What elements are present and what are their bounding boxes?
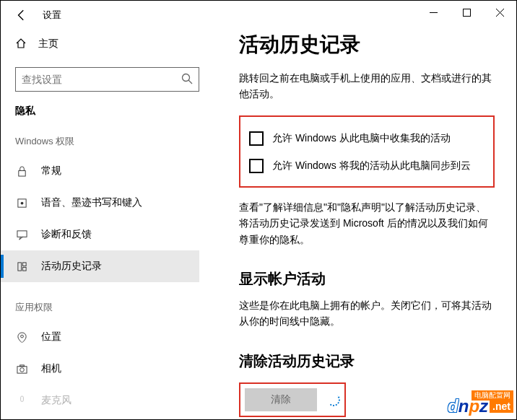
search-input[interactable] bbox=[22, 74, 181, 85]
checkbox-collect-activity[interactable]: 允许 Windows 从此电脑中收集我的活动 bbox=[249, 131, 485, 146]
speech-icon bbox=[15, 198, 28, 209]
svg-rect-1 bbox=[463, 9, 470, 16]
minimize-button[interactable] bbox=[417, 1, 450, 24]
svg-rect-9 bbox=[17, 230, 26, 236]
home-label: 主页 bbox=[38, 38, 58, 51]
group-title: 隐私 bbox=[15, 105, 199, 118]
search-box[interactable] bbox=[15, 67, 199, 92]
home-button[interactable]: 主页 bbox=[15, 30, 199, 58]
show-activity-title: 显示帐户活动 bbox=[239, 269, 495, 289]
sidebar-item-label: 诊断和反馈 bbox=[41, 228, 92, 241]
camera-icon bbox=[15, 364, 28, 375]
checkbox-label: 允许 Windows 将我的活动从此电脑同步到云 bbox=[272, 159, 471, 172]
home-icon bbox=[15, 38, 27, 51]
checkbox-sync-cloud[interactable]: 允许 Windows 将我的活动从此电脑同步到云 bbox=[249, 159, 485, 173]
svg-point-13 bbox=[20, 335, 23, 338]
sidebar-item-label: 相机 bbox=[41, 362, 61, 375]
checkbox-icon bbox=[249, 159, 264, 173]
maximize-button[interactable] bbox=[450, 1, 483, 24]
sidebar-item-activity-history[interactable]: 活动历史记录 bbox=[1, 250, 199, 282]
checkbox-icon bbox=[249, 131, 264, 146]
activity-icon bbox=[15, 261, 28, 272]
loading-spinner-icon bbox=[327, 393, 340, 406]
sidebar-item-label: 位置 bbox=[41, 331, 61, 344]
feedback-icon bbox=[15, 229, 28, 240]
svg-rect-12 bbox=[22, 267, 26, 271]
search-icon bbox=[181, 73, 193, 87]
sidebar-item-label: 麦克风 bbox=[41, 394, 71, 407]
svg-rect-11 bbox=[22, 262, 26, 266]
sidebar-item-location[interactable]: 位置 bbox=[1, 321, 199, 353]
content-pane: 活动历史记录 跳转回之前在电脑或手机上使用的应用、文档或进行的其他活动。 允许 … bbox=[214, 30, 516, 419]
microphone-icon bbox=[15, 395, 28, 406]
svg-rect-17 bbox=[20, 395, 23, 401]
sidebar-item-microphone[interactable]: 麦克风 bbox=[1, 385, 199, 416]
page-title: 活动历史记录 bbox=[239, 31, 495, 58]
checkbox-label: 允许 Windows 从此电脑中收集我的活动 bbox=[272, 132, 451, 145]
intro-text: 跳转回之前在电脑或手机上使用的应用、文档或进行的其他活动。 bbox=[239, 70, 495, 102]
section-heading-apps: 应用权限 bbox=[15, 301, 199, 314]
back-button[interactable] bbox=[15, 9, 28, 22]
clear-button[interactable]: 清除 bbox=[245, 388, 317, 411]
svg-rect-16 bbox=[19, 364, 24, 366]
watermark: 电脑配置网 dnpz.net bbox=[448, 396, 513, 416]
learn-more-text: 查看"了解详细信息"和"隐私声明"以了解活动历史记录、将活动历史记录发送到 Mi… bbox=[239, 199, 495, 248]
sidebar: 主页 隐私 Windows 权限 常规 语音、墨迹书写和键入 bbox=[1, 30, 214, 419]
section-heading-windows: Windows 权限 bbox=[15, 135, 199, 148]
sidebar-item-label: 活动历史记录 bbox=[41, 260, 102, 273]
svg-line-5 bbox=[188, 80, 192, 84]
location-icon bbox=[15, 332, 28, 343]
checkbox-group-highlight: 允许 Windows 从此电脑中收集我的活动 允许 Windows 将我的活动从… bbox=[239, 115, 495, 188]
sidebar-item-speech[interactable]: 语音、墨迹书写和键入 bbox=[1, 187, 199, 219]
clear-group-highlight: 清除 bbox=[239, 382, 346, 417]
clear-history-title: 清除活动历史记录 bbox=[239, 351, 495, 371]
sidebar-item-label: 常规 bbox=[41, 165, 61, 178]
svg-rect-6 bbox=[18, 170, 25, 176]
sidebar-item-general[interactable]: 常规 bbox=[1, 155, 199, 187]
close-button[interactable] bbox=[483, 1, 516, 24]
svg-rect-10 bbox=[17, 262, 21, 270]
svg-point-8 bbox=[20, 201, 23, 204]
sidebar-item-label: 语音、墨迹书写和键入 bbox=[41, 196, 142, 209]
lock-icon bbox=[15, 166, 28, 177]
svg-point-15 bbox=[19, 367, 24, 372]
show-activity-desc: 这些是你在此电脑上拥有的帐户。关闭它们，可将其活动从你的时间线中隐藏。 bbox=[239, 297, 495, 330]
sidebar-item-camera[interactable]: 相机 bbox=[1, 353, 199, 385]
window-title: 设置 bbox=[43, 9, 61, 22]
sidebar-item-diagnostics[interactable]: 诊断和反馈 bbox=[1, 219, 199, 250]
